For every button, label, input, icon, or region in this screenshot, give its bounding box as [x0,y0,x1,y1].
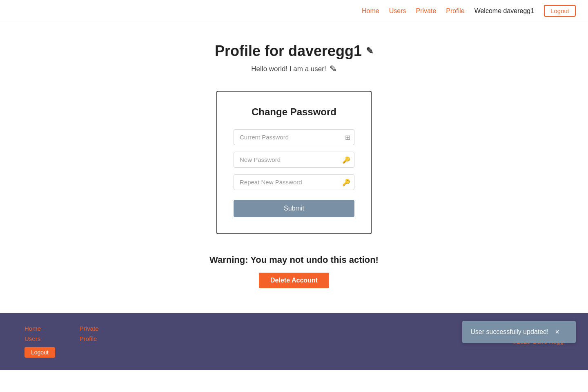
profile-title: Profile for daveregg1 ✎ [215,43,373,60]
submit-button[interactable]: Submit [234,200,354,217]
repeat-password-group: 🔑 [234,174,354,190]
change-password-card: Change Password ⊞ 🔑 🔑 Submit [216,91,372,234]
repeat-password-icon: 🔑 [342,178,350,186]
nav-logout-button[interactable]: Logout [544,5,576,17]
footer-home-link[interactable]: Home [24,325,55,332]
new-password-input[interactable] [234,152,354,168]
footer-col-2: Private Profile [80,325,99,358]
current-password-icon: ⊞ [345,133,350,141]
warning-text: Warning: You may not undo this action! [209,255,379,265]
profile-title-edit-icon[interactable]: ✎ [366,46,373,56]
delete-account-button[interactable]: Delete Account [259,273,329,288]
toast-notification: User successfully updated! × [462,321,576,343]
new-password-icon: 🔑 [342,156,350,164]
footer-links: Home Users Logout Private Profile [24,325,99,358]
profile-bio: Hello world! I am a user! ✎ [251,64,336,74]
nav-profile-link[interactable]: Profile [446,7,464,15]
nav-home-link[interactable]: Home [362,7,379,15]
nav-welcome-text: Welcome daveregg1 [474,7,534,15]
current-password-group: ⊞ [234,129,354,145]
profile-bio-edit-icon[interactable]: ✎ [330,64,337,74]
footer-logout-button[interactable]: Logout [24,347,55,358]
current-password-input[interactable] [234,129,354,145]
navbar: Home Users Private Profile Welcome daver… [0,0,588,22]
main-content: Profile for daveregg1 ✎ Hello world! I a… [0,22,588,313]
toast-close-button[interactable]: × [555,328,559,336]
warning-section: Warning: You may not undo this action! D… [209,255,379,288]
footer-profile-link[interactable]: Profile [80,335,99,342]
footer-private-link[interactable]: Private [80,325,99,332]
nav-users-link[interactable]: Users [389,7,406,15]
toast-message: User successfully updated! [470,328,548,336]
nav-private-link[interactable]: Private [416,7,437,15]
card-title: Change Password [234,106,354,118]
repeat-password-input[interactable] [234,174,354,190]
footer-col-1: Home Users Logout [24,325,55,358]
new-password-group: 🔑 [234,152,354,168]
footer-users-link[interactable]: Users [24,335,55,342]
